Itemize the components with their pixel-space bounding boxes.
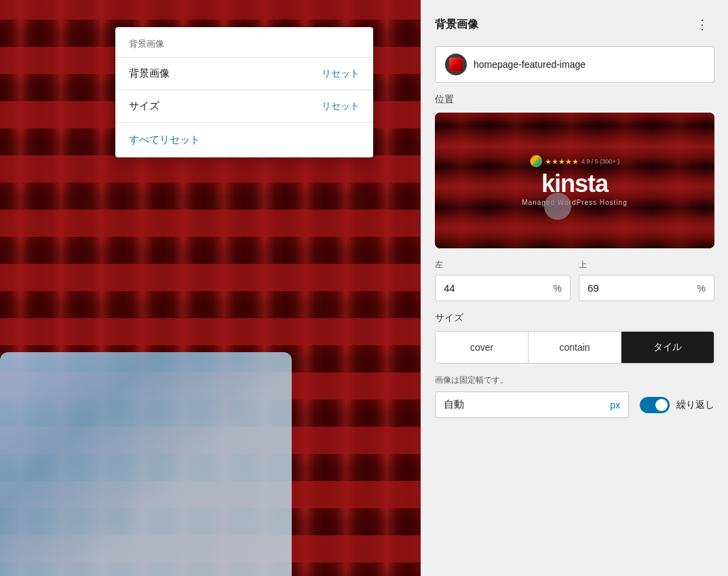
position-top-unit: % [697, 283, 706, 294]
position-left-unit: % [554, 283, 562, 294]
position-top-field: 上 % [579, 259, 714, 301]
fixed-width-unit: px [610, 400, 620, 410]
size-section-label: サイズ [435, 312, 714, 324]
fixed-width-label: 画像は固定幅です。 [435, 375, 714, 386]
image-selector[interactable]: homepage-featured-image [435, 46, 714, 83]
fixed-width-input[interactable] [444, 399, 607, 410]
position-left-wrapper: % [435, 275, 571, 301]
dropdown-item-size: サイズ リセット [115, 90, 373, 122]
image-thumbnail-inner [449, 58, 463, 71]
kinsta-brand-text: kinsta [522, 172, 627, 196]
position-top-label: 上 [579, 259, 714, 271]
position-top-wrapper: % [579, 275, 714, 301]
position-top-input[interactable] [588, 282, 695, 294]
size-btn-tile[interactable]: タイル [621, 332, 714, 363]
dropdown-item-bg: 背景画像 リセット [115, 57, 373, 90]
image-thumbnail [445, 54, 467, 75]
more-options-icon[interactable]: ⋮ [690, 14, 714, 35]
dropdown-item-bg-reset[interactable]: リセット [322, 68, 360, 80]
image-name-label: homepage-featured-image [474, 59, 586, 70]
size-buttons-group: cover contain タイル [435, 331, 714, 364]
toggle-row: 繰り返し [640, 397, 714, 413]
position-left-input[interactable] [444, 282, 551, 294]
size-section: サイズ cover contain タイル [435, 312, 714, 364]
kinsta-subtitle: Managed WordPress Hosting [522, 199, 627, 206]
size-btn-contain[interactable]: contain [529, 332, 621, 363]
dropdown-header: 背景画像 [115, 27, 373, 57]
panel-title: 背景画像 [435, 18, 478, 32]
fixed-width-row: px 繰り返し [435, 391, 714, 418]
left-panel: 背景画像 背景画像 リセット サイズ リセット すべてリセット [0, 0, 421, 576]
size-btn-cover[interactable]: cover [436, 332, 529, 363]
right-panel: 背景画像 ⋮ homepage-featured-image 位置 ★★★★★ … [421, 0, 728, 576]
panel-header: 背景画像 ⋮ [435, 14, 714, 35]
blue-card [0, 352, 292, 576]
repeat-toggle[interactable] [640, 397, 670, 413]
position-left-field: 左 % [435, 259, 571, 301]
toggle-knob [655, 399, 668, 411]
kinsta-stars: ★★★★★ [545, 157, 579, 166]
dropdown-popup: 背景画像 背景画像 リセット サイズ リセット すべてリセット [115, 27, 373, 157]
dropdown-item-bg-label: 背景画像 [129, 67, 170, 80]
position-preview[interactable]: ★★★★★ 4.9 / 5 (300+ ) kinsta Managed Wor… [435, 113, 714, 248]
dropdown-item-size-label: サイズ [129, 100, 159, 113]
position-drag-handle[interactable] [544, 193, 571, 220]
fixed-width-input-wrapper: px [435, 391, 629, 418]
position-inputs: 左 % 上 % [435, 259, 714, 301]
dropdown-reset-all-link[interactable]: すべてリセット [129, 134, 200, 145]
g-logo-icon [530, 155, 542, 168]
repeat-label: 繰り返し [676, 399, 714, 411]
position-section-label: 位置 [435, 94, 714, 106]
position-left-label: 左 [435, 259, 571, 271]
dropdown-reset-all-section: すべてリセット [115, 122, 373, 157]
dropdown-item-size-reset[interactable]: リセット [322, 100, 360, 113]
kinsta-rating-text: 4.9 / 5 (300+ ) [581, 158, 619, 165]
kinsta-rating: ★★★★★ 4.9 / 5 (300+ ) [522, 155, 627, 168]
kinsta-logo-area: ★★★★★ 4.9 / 5 (300+ ) kinsta Managed Wor… [522, 155, 627, 206]
